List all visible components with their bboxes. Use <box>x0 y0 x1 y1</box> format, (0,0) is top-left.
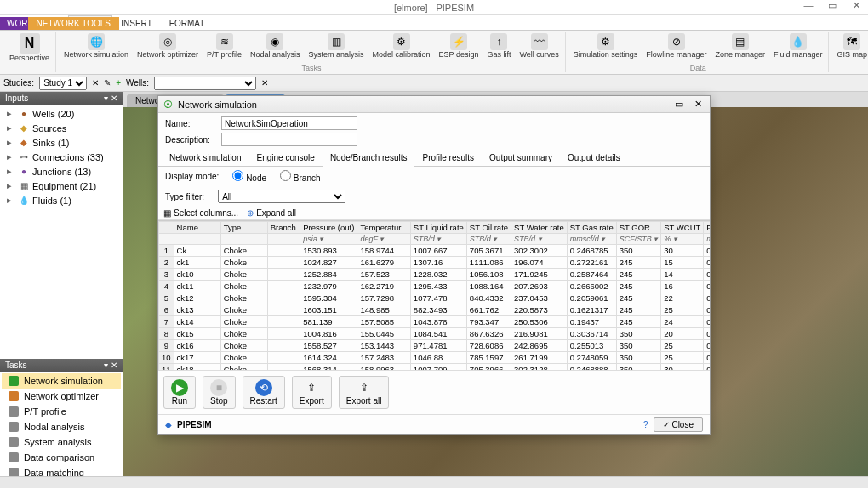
expand-all-button[interactable]: ⊕Expand all <box>247 208 296 218</box>
format-tab[interactable]: FORMAT <box>161 17 213 30</box>
column-header[interactable]: ST Liquid rate <box>410 222 466 234</box>
dialog-tab[interactable]: Node/Branch results <box>323 150 415 167</box>
task-item[interactable]: Data matching <box>2 465 121 476</box>
inputs-tree-item[interactable]: ▸◆Sinks (1) <box>2 135 121 150</box>
column-header[interactable]: ST Water rate <box>511 222 568 234</box>
close-button[interactable]: ✓ Close <box>654 417 703 432</box>
collapse-icon[interactable]: ▾ ✕ <box>104 360 117 370</box>
task-item[interactable]: System analysis <box>2 434 121 450</box>
inputs-tree-item[interactable]: ▸◆Sources <box>2 121 121 135</box>
name-input[interactable] <box>221 116 357 130</box>
description-input[interactable] <box>221 133 357 146</box>
fluid-manager-button[interactable]: 💧Fluid manager <box>771 32 825 60</box>
task-item[interactable]: Network optimizer <box>2 389 121 404</box>
profile-icon: ≋ <box>216 33 233 50</box>
dialog-tab[interactable]: Profile results <box>414 150 482 166</box>
table-row[interactable]: 11ck18Choke1568.314158.99631007.709705.3… <box>159 364 711 371</box>
simulation-settings-button[interactable]: ⚙Simulation settings <box>571 32 641 60</box>
table-row[interactable]: 2ck1Choke1024.827161.62791307.161111.086… <box>159 257 711 269</box>
gear-icon: ⚙ <box>597 33 614 50</box>
restart-button[interactable]: ⟲Restart <box>243 376 285 409</box>
maximize-button[interactable]: ▭ <box>824 0 841 11</box>
column-header[interactable]: ST Gas rate <box>567 222 616 234</box>
column-header[interactable] <box>159 222 174 234</box>
window-title: [elmore] - PIPESIM <box>394 3 474 13</box>
inputs-tree-item[interactable]: ▸●Junctions (13) <box>2 164 121 179</box>
table-row[interactable]: 1CkChoke1530.893158.97441007.667705.3671… <box>159 245 711 257</box>
close-window-button[interactable]: ✕ <box>848 0 865 11</box>
results-grid-wrap[interactable]: NameTypeBranchPressure (out)Temperatur..… <box>158 220 710 370</box>
type-filter-select[interactable]: All <box>218 190 345 203</box>
studies-select[interactable]: Study 1 <box>39 77 87 90</box>
gas-lift-button[interactable]: ↑Gas lift <box>484 32 513 60</box>
add-study-icon[interactable]: + <box>116 78 121 88</box>
flowline-manager-button[interactable]: ⊘Flowline manager <box>643 32 709 60</box>
task-item[interactable]: Nodal analysis <box>2 419 121 434</box>
table-row[interactable]: 8ck15Choke1004.816155.04451084.541867.63… <box>159 328 711 340</box>
column-header[interactable]: ST WCUT <box>661 222 704 234</box>
network-simulation-button[interactable]: 🌐Network simulation <box>61 32 131 60</box>
column-header[interactable]: ST Oil rate <box>466 222 511 234</box>
run-button[interactable]: ▶Run <box>163 376 196 409</box>
help-icon[interactable]: ? <box>643 420 648 429</box>
zone-icon: ▤ <box>732 33 749 50</box>
insert-tab[interactable]: INSERT <box>112 17 161 30</box>
task-item[interactable]: Data comparison <box>2 450 121 465</box>
gis-map-button[interactable]: 🗺GIS map <box>834 32 868 60</box>
dialog-tab[interactable]: Network simulation <box>162 150 248 166</box>
nodal-analysis-button[interactable]: ◉Nodal analysis <box>248 32 303 60</box>
wells-select[interactable] <box>154 77 256 90</box>
unit-header <box>220 234 267 245</box>
esp-design-button[interactable]: ⚡ESP design <box>437 32 482 60</box>
mode-node-radio[interactable]: Node <box>232 170 266 183</box>
play-icon: ▶ <box>171 379 188 396</box>
stop-button[interactable]: ■Stop <box>203 376 236 409</box>
export-all-button[interactable]: ⇪Export all <box>339 376 390 409</box>
task-item[interactable]: P/T profile <box>2 404 121 419</box>
network-optimizer-button[interactable]: ◎Network optimizer <box>134 32 201 60</box>
column-header[interactable]: Type <box>220 222 267 234</box>
column-header[interactable]: FL Gas rate (... <box>704 222 710 234</box>
table-row[interactable]: 4ck11Choke1232.979162.27191295.4331088.1… <box>159 281 711 292</box>
edit-study-icon[interactable]: ✎ <box>104 78 111 88</box>
inputs-tree-item[interactable]: ▸⊶Connections (33) <box>2 150 121 164</box>
dialog-close-button[interactable]: ✕ <box>691 99 705 110</box>
task-item[interactable]: Network simulation <box>2 373 121 389</box>
minimize-button[interactable]: — <box>800 0 817 11</box>
perspective-button[interactable]: NPerspective <box>7 32 52 63</box>
wells-delete-icon[interactable]: ✕ <box>261 78 268 88</box>
table-row[interactable]: 3ck10Choke1252.884157.5231228.0321056.10… <box>159 269 711 281</box>
column-header[interactable]: Name <box>174 222 220 234</box>
inputs-tree-item[interactable]: ▸●Wells (20) <box>2 106 121 121</box>
unit-header <box>174 234 220 245</box>
system-analysis-button[interactable]: ▥System analysis <box>306 32 366 60</box>
collapse-icon[interactable]: ▾ ✕ <box>104 94 117 103</box>
dialog-maximize-button[interactable]: ▭ <box>672 99 686 110</box>
inputs-tree-item[interactable]: ▸▦Equipment (21) <box>2 179 121 193</box>
dialog-tab[interactable]: Output summary <box>482 150 560 166</box>
window-controls: — ▭ ✕ <box>800 0 865 11</box>
column-header[interactable]: ST GOR <box>616 222 661 234</box>
table-row[interactable]: 6ck13Choke1603.151148.985882.3493661.762… <box>159 304 711 316</box>
esp-icon: ⚡ <box>450 33 467 50</box>
column-header[interactable]: Branch <box>267 222 300 234</box>
pt-profile-button[interactable]: ≋P/T profile <box>204 32 244 60</box>
table-row[interactable]: 5ck12Choke1595.304157.72981077.478840.43… <box>159 292 711 304</box>
column-header[interactable]: Temperatur... <box>357 222 410 234</box>
inputs-tree-item[interactable]: ▸💧Fluids (1) <box>2 193 121 207</box>
dialog-tab[interactable]: Output details <box>560 150 628 166</box>
table-row[interactable]: 9ck16Choke1558.527153.1443971.4781728.60… <box>159 340 711 352</box>
table-row[interactable]: 7ck14Choke581.139157.50851043.878793.347… <box>159 316 711 328</box>
table-row[interactable]: 10ck17Choke1614.324157.24831046.88785.15… <box>159 352 711 364</box>
column-header[interactable]: Pressure (out) <box>300 222 357 234</box>
zone-manager-button[interactable]: ▤Zone manager <box>712 32 768 60</box>
dialog-tab[interactable]: Engine console <box>248 150 322 166</box>
context-tab[interactable]: NETWORK TOOLS <box>28 17 119 30</box>
model-calibration-button[interactable]: ⚙Model calibration <box>370 32 433 60</box>
well-curves-button[interactable]: 〰Well curves <box>517 32 561 60</box>
studies-label: Studies: <box>3 78 34 88</box>
delete-study-icon[interactable]: ✕ <box>92 78 99 88</box>
select-columns-button[interactable]: ▦Select columns... <box>163 208 238 218</box>
export-button[interactable]: ⇪Export <box>292 376 332 409</box>
mode-branch-radio[interactable]: Branch <box>280 170 320 183</box>
